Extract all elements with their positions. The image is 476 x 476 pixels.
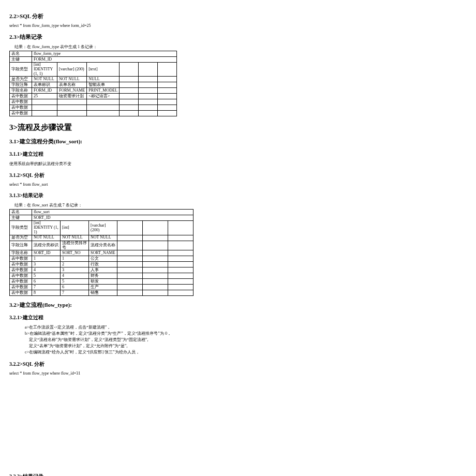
cell [168, 262, 194, 267]
cell: 表中数据 [10, 256, 32, 262]
cell [168, 235, 194, 241]
cell [87, 111, 120, 116]
cell: 1 [32, 256, 61, 262]
cell: NOT NULL [32, 77, 57, 82]
cell [168, 290, 194, 296]
cell [168, 221, 194, 235]
cell [143, 241, 168, 250]
heading-3: 3>流程及步骤设置 [9, 123, 467, 132]
heading-3-1-2: 3.1.2>SQL 分析 [9, 172, 467, 179]
cell [168, 267, 194, 273]
cell: 4 [61, 273, 89, 279]
cell [143, 285, 168, 290]
cell [138, 82, 157, 88]
cell: 表中数据 [10, 94, 32, 99]
heading-3-2: 3.2>建立流程(flow_type): [9, 301, 467, 309]
cell: 字段类型 [10, 63, 32, 77]
step-line: b>在编辑流程“基本属性”时，定义“流程分类”为“生产”，定义“流程排序号”为 … [25, 331, 467, 337]
step-line: c>在编辑流程“经办人员”时，定义“[供应部] 张三”为经办人员， [25, 349, 467, 355]
cell: SORT_NO [61, 250, 89, 256]
cell: 人事 [89, 267, 117, 273]
heading-2-2: 2.2>SQL 分析 [9, 12, 467, 20]
cell [117, 241, 143, 250]
cell [157, 94, 176, 99]
heading-2-3: 2.3>结果记录 [9, 33, 467, 41]
cell [157, 82, 176, 88]
cell: NULL [87, 77, 120, 82]
cell: SORT_ID [32, 215, 194, 221]
cell [117, 250, 143, 256]
cell: 物资需求计划 [57, 94, 87, 99]
cell [119, 105, 138, 111]
cell: 流程分类标识 [32, 241, 61, 250]
cell: [varchar] (200) [57, 63, 87, 77]
cell: 3 [61, 267, 89, 273]
cell [143, 279, 168, 285]
cell [87, 105, 120, 111]
cell [119, 82, 138, 88]
cell [117, 290, 143, 296]
cell [143, 267, 168, 273]
cell [117, 221, 143, 235]
cell [32, 99, 57, 105]
cell: 字段名称 [10, 88, 32, 94]
cell: FORM_ID [32, 57, 177, 63]
cell: 生产 [89, 285, 117, 290]
cell [119, 94, 138, 99]
cell [168, 273, 194, 279]
cell: NOT NULL [32, 235, 61, 241]
cell: 字段名称 [10, 250, 32, 256]
cell [138, 94, 157, 99]
cell [57, 105, 87, 111]
cell: 表中数据 [10, 285, 32, 290]
heading-3-2-3: 3.2.3>结果记录 [9, 473, 467, 476]
cell [157, 88, 176, 94]
cell: SORT_NAME [89, 250, 117, 256]
cell: 财务 [89, 273, 117, 279]
step-line: 定义“表单”为“物资需求计划”，定义“允许附件”为“是”, [25, 343, 467, 349]
sql-3-2-2: select * from flow_type where flow_id=31 [9, 371, 467, 376]
cell [143, 273, 168, 279]
cell: 4 [32, 267, 61, 273]
cell [119, 99, 138, 105]
cell [168, 279, 194, 285]
cell: 字段注释 [10, 241, 32, 250]
cell: 6 [32, 279, 61, 285]
cell [143, 262, 168, 267]
cell: [text] [87, 63, 120, 77]
cell [143, 290, 168, 296]
cell: 是否为空 [10, 77, 32, 82]
cell: FORM_NAME [57, 88, 87, 94]
cell [157, 99, 176, 105]
step-line: 定义“流程名称”为“物资需求计划”，定义“流程类型”为“固定流程”, [25, 337, 467, 343]
cell [168, 241, 194, 250]
cell [157, 111, 176, 116]
cell [138, 99, 157, 105]
cell: [int] IDENTITY (1, 1) [32, 221, 61, 235]
cell [138, 111, 157, 116]
cell [168, 256, 194, 262]
cell: <标记语言> [87, 94, 120, 99]
cell: 7 [32, 285, 61, 290]
cell: 主键 [10, 57, 32, 63]
cell: 表单名称 [57, 82, 87, 88]
cell: 表名 [10, 210, 32, 215]
heading-3-2-1: 3.2.1>建立过程 [9, 314, 467, 321]
cell: PRINT_MODEL [87, 88, 120, 94]
cell [117, 235, 143, 241]
cell: 行政 [89, 262, 117, 267]
cell: 表中数据 [10, 273, 32, 279]
cell: flow_form_type [32, 51, 177, 57]
heading-3-1: 3.1>建立流程分类(flow_sort): [9, 138, 467, 145]
cell: 智能表单 [87, 82, 120, 88]
cell: 表中数据 [10, 111, 32, 116]
cell: NOT NULL [57, 77, 87, 82]
cell: [varchar] (200) [89, 221, 117, 235]
cell [157, 63, 176, 77]
cell [57, 99, 87, 105]
cell [168, 250, 194, 256]
cell [117, 262, 143, 267]
cell: NOT NULL [61, 235, 89, 241]
cell [32, 111, 57, 116]
cell [143, 235, 168, 241]
